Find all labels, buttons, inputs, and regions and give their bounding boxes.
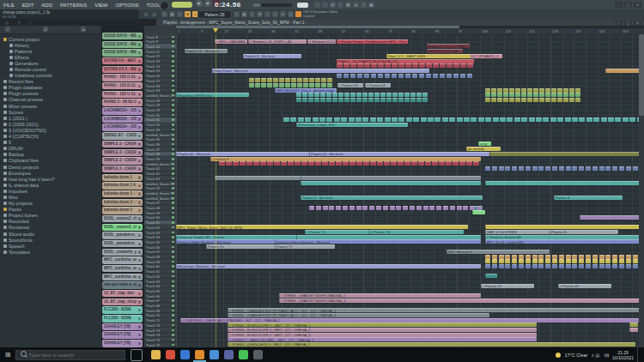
pattern-clip[interactable] [404, 161, 410, 166]
pattern-clip[interactable] [550, 118, 556, 122]
pattern-clip[interactable] [485, 264, 490, 268]
browser-item[interactable]: Misc [0, 194, 96, 200]
pattern-clip[interactable] [302, 93, 307, 97]
pattern-clip[interactable] [470, 206, 475, 210]
pattern-clip[interactable] [336, 161, 342, 166]
picker-clip[interactable]: PIANO - 150 U GLT AL [102, 74, 143, 81]
playlist-clip[interactable]: Deepcuts Surplus BV - Stream [176, 235, 296, 239]
pattern-clip[interactable] [288, 161, 294, 166]
pattern-clip[interactable] [599, 264, 605, 268]
channel-icon[interactable] [295, 11, 301, 17]
playlist-clip[interactable]: Deepcut Edge (Stream) - Mix level [176, 239, 275, 244]
pattern-clip[interactable] [267, 78, 272, 82]
track-mute-dot[interactable] [172, 129, 174, 131]
pattern-clip[interactable] [411, 161, 417, 166]
pattern-clip[interactable] [505, 166, 510, 171]
pattern-clip[interactable] [566, 166, 571, 171]
pattern-clip[interactable] [457, 118, 463, 122]
pattern-clip[interactable] [320, 98, 325, 102]
paint-tool-icon-2[interactable]: ≡ [249, 11, 255, 17]
pattern-clip[interactable] [362, 118, 368, 122]
pattern-clip[interactable] [485, 166, 490, 171]
mute-dot[interactable] [138, 76, 142, 80]
picker-clip[interactable]: kalimba drum 1 [102, 174, 143, 181]
browser-item[interactable]: Plugin presets [0, 91, 96, 97]
playlist-clip[interactable]: # Mixdown 25.2 MC [307, 39, 336, 44]
playlist-clip[interactable] [629, 328, 638, 332]
playlist-clip[interactable]: # Pattern 29 [481, 284, 534, 288]
playlist-clip[interactable]: # Pattern 3 [210, 157, 481, 161]
paint-tool-icon-1[interactable]: ▦ [241, 11, 247, 17]
browser-item[interactable]: Demo projects [0, 164, 96, 170]
track-mute-dot[interactable] [172, 183, 174, 185]
pattern-clip[interactable] [551, 93, 556, 97]
pattern-clip[interactable] [303, 83, 308, 87]
pattern-clip[interactable] [586, 255, 591, 259]
pattern-clip[interactable] [557, 88, 562, 93]
playlist-clip[interactable]: Pattern 77 [275, 244, 335, 249]
menu-file[interactable]: FILE [2, 3, 16, 8]
pattern-clip[interactable] [579, 255, 584, 259]
pattern-clip[interactable] [552, 264, 557, 268]
track-mute-dot[interactable] [172, 178, 174, 180]
playlist-clip[interactable]: # Pattern 26 [365, 83, 391, 87]
pattern-clip[interactable] [543, 118, 549, 122]
pattern-clip[interactable] [623, 118, 629, 122]
pattern-clip[interactable] [308, 93, 313, 97]
pattern-clip[interactable] [626, 255, 631, 259]
toolbar-icon-1[interactable]: ♪ [322, 2, 328, 8]
discord-icon[interactable] [224, 350, 234, 359]
pattern-clip[interactable] [499, 255, 504, 259]
browser-item[interactable]: Sliced audio [0, 231, 96, 237]
track-mute-dot[interactable] [172, 45, 174, 48]
pattern-clip[interactable] [593, 118, 599, 122]
pattern-clip[interactable] [453, 161, 459, 166]
playlist-clip[interactable]: # STEMS - CHANGES EST BY PIANO (ALT) - G… [228, 313, 489, 317]
pattern-clip[interactable] [279, 78, 284, 82]
pattern-clip[interactable] [349, 206, 355, 210]
photos-icon[interactable] [210, 350, 219, 359]
pattern-clip[interactable] [569, 98, 574, 102]
playlist-clip[interactable]: # CURTIS ST - CHOR (ALT) STACKED - GLT -… [180, 318, 639, 323]
pattern-clip[interactable] [477, 206, 482, 210]
menu-add[interactable]: ADD [39, 3, 54, 8]
track-mute-dot[interactable] [172, 124, 174, 126]
browser-item[interactable]: Clipboard files [0, 158, 96, 164]
track-mute-dot[interactable] [172, 134, 174, 136]
playlist-clip[interactable] [485, 274, 497, 278]
pattern-clip[interactable] [356, 206, 361, 210]
playlist-grid[interactable]: # MPC x BADMAN - Part 3# Mixdown_25_8 MP… [176, 34, 639, 347]
track-mute-dot[interactable] [172, 256, 174, 258]
pattern-clip[interactable] [515, 98, 520, 102]
mute-dot[interactable] [138, 342, 142, 346]
pattern-clip[interactable] [432, 161, 438, 166]
mute-dot[interactable] [138, 51, 142, 55]
picker-clip[interactable]: SVDL_snares3_char [102, 224, 143, 231]
task-view-icon[interactable] [131, 349, 143, 361]
browser-item[interactable]: Effects [0, 54, 96, 60]
taskbar-clock[interactable]: 21:29 10/10/2021 [612, 350, 634, 360]
pattern-clip[interactable] [281, 161, 287, 166]
pattern-clip[interactable] [507, 118, 513, 122]
playlist-clip[interactable] [629, 323, 638, 327]
pattern-clip[interactable] [337, 74, 342, 78]
pattern-clip[interactable] [499, 259, 504, 263]
pattern-clip[interactable] [592, 166, 598, 171]
pattern-clip[interactable] [485, 255, 490, 259]
playlist-clip[interactable]: GTR [478, 142, 491, 146]
track-mute-dot[interactable] [172, 69, 174, 72]
mute-dot[interactable] [138, 309, 142, 312]
browser-item[interactable]: Scores [0, 109, 96, 115]
track-mute-dot[interactable] [172, 216, 174, 219]
pattern-clip[interactable] [521, 88, 526, 93]
playlist-clip[interactable] [580, 215, 644, 220]
pattern-clip[interactable] [383, 206, 388, 210]
playlist-clip[interactable] [296, 235, 481, 239]
maximize-button[interactable]: ▢ [624, 2, 632, 8]
pattern-clip[interactable] [608, 118, 614, 122]
track-mute-dot[interactable] [172, 236, 174, 238]
pattern-clip[interactable] [471, 118, 477, 122]
mute-dot[interactable] [138, 234, 142, 238]
playlist-clip[interactable]: Audemars Piguet [TRAC] [427, 44, 470, 48]
picker-clip[interactable]: SIMPLE 2 - CHOR AL [102, 157, 143, 164]
